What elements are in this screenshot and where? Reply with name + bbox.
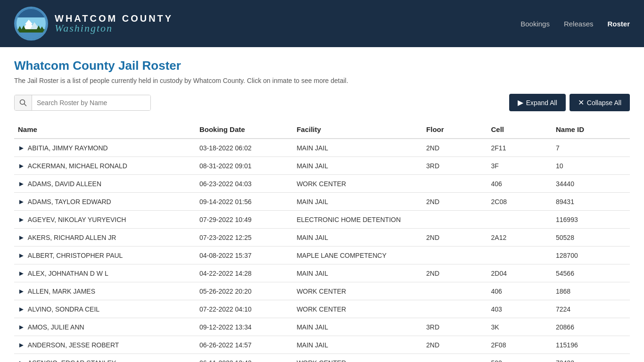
nav-releases[interactable]: Releases [564, 20, 594, 28]
cell-booking-date: 04-08-2022 15:37 [196, 247, 293, 264]
table-row[interactable]: ►AGEYEV, NIKOLAY YURYEVICH07-29-2022 10:… [14, 211, 630, 229]
cell-name: ►ALLEN, MARK JAMES [14, 282, 196, 300]
cell-floor [422, 354, 487, 362]
site-header: WHATCOM COUNTY Washington Bookings Relea… [0, 0, 644, 47]
expand-icon: ▶ [518, 98, 523, 107]
cell-name-id: 72422 [552, 354, 630, 362]
table-row[interactable]: ►AKERS, RICHARD ALLEN JR07-23-2022 12:25… [14, 229, 630, 247]
col-cell: Cell [487, 121, 552, 139]
header-row: Name Booking Date Facility Floor Cell Na… [14, 121, 630, 139]
table-row[interactable]: ►ANDERSON, JESSE ROBERT06-26-2022 14:57M… [14, 336, 630, 354]
cell-name-id: 54566 [552, 264, 630, 282]
inmate-name: ANDERSON, JESSE ROBERT [28, 341, 119, 349]
inmate-name: ALLEN, MARK JAMES [28, 288, 95, 295]
table-row[interactable]: ►ALBERT, CHRISTOPHER PAUL04-08-2022 15:3… [14, 247, 630, 264]
roster-table: Name Booking Date Facility Floor Cell Na… [14, 121, 630, 362]
page-title: Whatcom County Jail Roster [14, 58, 630, 73]
table-row[interactable]: ►ABITIA, JIMMY RAYMOND03-18-2022 06:02MA… [14, 139, 630, 157]
cell-floor [422, 300, 487, 318]
cell-cell: 502 [487, 354, 552, 362]
search-box [14, 95, 151, 111]
cell-facility: WORK CENTER [293, 175, 422, 193]
col-booking-date: Booking Date [196, 121, 293, 139]
table-row[interactable]: ►ADAMS, TAYLOR EDWARD09-14-2022 01:56MAI… [14, 193, 630, 211]
row-expand-icon: ► [18, 341, 25, 349]
cell-booking-date: 06-26-2022 14:57 [196, 336, 293, 354]
inmate-name: AMOS, JULIE ANN [28, 323, 84, 331]
cell-floor: 2ND [422, 193, 487, 211]
cell-name: ►AMOS, JULIE ANN [14, 318, 196, 336]
cell-cell: 2F11 [487, 139, 552, 157]
cell-floor [422, 282, 487, 300]
table-header: Name Booking Date Facility Floor Cell Na… [14, 121, 630, 139]
cell-facility: MAIN JAIL [293, 193, 422, 211]
cell-name: ►ALBERT, CHRISTOPHER PAUL [14, 247, 196, 264]
cell-cell: 3F [487, 157, 552, 175]
row-expand-icon: ► [18, 251, 25, 259]
col-name-id: Name ID [552, 121, 630, 139]
cell-cell: 403 [487, 300, 552, 318]
cell-floor [422, 211, 487, 229]
cell-floor: 2ND [422, 229, 487, 247]
cell-cell: 2A12 [487, 229, 552, 247]
action-buttons: ▶ Expand All ✕ Collapse All [509, 94, 630, 111]
cell-name-id: 50528 [552, 229, 630, 247]
cell-facility: MAIN JAIL [293, 318, 422, 336]
search-input[interactable] [32, 95, 150, 110]
cell-booking-date: 09-14-2022 01:56 [196, 193, 293, 211]
cell-name-id: 7 [552, 139, 630, 157]
collapse-label: Collapse All [587, 99, 621, 107]
cell-name: ►ADAMS, DAVID ALLEEN [14, 175, 196, 193]
site-title: WHATCOM COUNTY Washington [55, 13, 173, 34]
cell-cell: 2C08 [487, 193, 552, 211]
cell-name: ►AGEYEV, NIKOLAY YURYEVICH [14, 211, 196, 229]
cell-name-id: 128700 [552, 247, 630, 264]
nav-bookings[interactable]: Bookings [520, 20, 550, 28]
cell-facility: MAIN JAIL [293, 139, 422, 157]
svg-line-13 [25, 104, 26, 106]
table-row[interactable]: ►ADAMS, DAVID ALLEEN06-23-2022 04:03WORK… [14, 175, 630, 193]
cell-name-id: 115196 [552, 336, 630, 354]
cell-booking-date: 07-22-2022 04:10 [196, 300, 293, 318]
cell-name-id: 89431 [552, 193, 630, 211]
cell-floor: 3RD [422, 318, 487, 336]
table-row[interactable]: ►ALEX, JOHNATHAN D W L04-22-2022 14:28MA… [14, 264, 630, 282]
row-expand-icon: ► [18, 144, 25, 152]
table-row[interactable]: ►ASENCIO, EDGAR STANLEY06-11-2022 12:42W… [14, 354, 630, 362]
cell-floor: 2ND [422, 264, 487, 282]
cell-name: ►ALVINO, SONDRA CEIL [14, 300, 196, 318]
nav-roster[interactable]: Roster [607, 20, 630, 28]
cell-name: ►ASENCIO, EDGAR STANLEY [14, 354, 196, 362]
cell-facility: MAPLE LANE COMPETENCY [293, 247, 422, 264]
inmate-name: ALVINO, SONDRA CEIL [28, 305, 99, 313]
table-row[interactable]: ►AMOS, JULIE ANN09-12-2022 13:34MAIN JAI… [14, 318, 630, 336]
cell-booking-date: 09-12-2022 13:34 [196, 318, 293, 336]
inmate-name: ABITIA, JIMMY RAYMOND [28, 144, 108, 152]
row-expand-icon: ► [18, 323, 25, 331]
cell-name-id: 10 [552, 157, 630, 175]
expand-all-button[interactable]: ▶ Expand All [509, 94, 566, 111]
cell-cell: 406 [487, 282, 552, 300]
cell-cell: 3K [487, 318, 552, 336]
table-row[interactable]: ►ALVINO, SONDRA CEIL07-22-2022 04:10WORK… [14, 300, 630, 318]
cell-name-id: 116993 [552, 211, 630, 229]
cell-floor [422, 247, 487, 264]
collapse-all-button[interactable]: ✕ Collapse All [570, 94, 630, 111]
cell-name: ►AKERS, RICHARD ALLEN JR [14, 229, 196, 247]
collapse-icon: ✕ [578, 98, 584, 107]
cell-booking-date: 08-31-2022 09:01 [196, 157, 293, 175]
row-expand-icon: ► [18, 197, 25, 206]
cell-name-id: 7224 [552, 300, 630, 318]
inmate-name: AGEYEV, NIKOLAY YURYEVICH [28, 216, 126, 223]
inmate-name: ADAMS, TAYLOR EDWARD [28, 198, 111, 206]
state-name: Washington [55, 22, 173, 34]
cell-cell: 2D04 [487, 264, 552, 282]
row-expand-icon: ► [18, 287, 25, 295]
cell-name: ►ADAMS, TAYLOR EDWARD [14, 193, 196, 211]
main-content: Whatcom County Jail Roster The Jail Rost… [0, 47, 644, 362]
cell-facility: MAIN JAIL [293, 229, 422, 247]
cell-facility: WORK CENTER [293, 282, 422, 300]
row-expand-icon: ► [18, 269, 25, 277]
table-row[interactable]: ►ALLEN, MARK JAMES05-26-2022 20:20WORK C… [14, 282, 630, 300]
table-row[interactable]: ►ACKERMAN, MICHAEL RONALD08-31-2022 09:0… [14, 157, 630, 175]
